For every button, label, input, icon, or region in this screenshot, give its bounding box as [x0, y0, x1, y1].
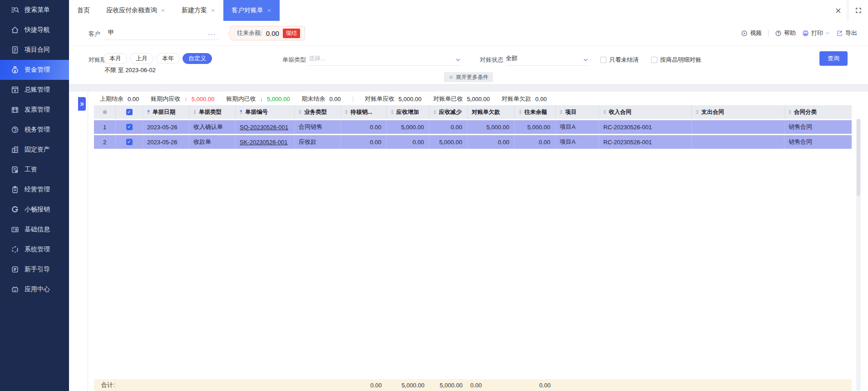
fullscreen-icon[interactable] [848, 0, 868, 21]
home-icon [11, 26, 19, 34]
checkbox-icon[interactable] [600, 57, 607, 63]
select-all-header[interactable] [116, 105, 143, 119]
doc-type-placeholder: 选择... [309, 54, 455, 63]
double-chevron-right-icon [79, 102, 84, 107]
tab-home[interactable]: 首页 [69, 0, 98, 21]
sidebar-item-base-info[interactable]: 基础信息 [0, 220, 69, 239]
status-select[interactable]: 全部 [506, 52, 588, 66]
close-icon[interactable] [828, 0, 848, 21]
sidebar-item-funds-management[interactable]: 资金管理 [0, 60, 69, 80]
summary-bar: 上期结余 0.00 账期内应收 ↑ 5,000.00 账期内已收 ↓ 5,000… [100, 95, 547, 103]
period-custom[interactable]: 自定义 [182, 53, 212, 64]
query-button[interactable]: 查询 [819, 51, 848, 66]
column-header-contract-category[interactable]: 合同分类 [784, 105, 852, 119]
sort-icon[interactable] [391, 110, 394, 114]
sort-icon[interactable] [519, 110, 522, 114]
expand-more-button[interactable]: 展开更多条件 [444, 72, 493, 82]
checkbox-icon[interactable] [651, 57, 657, 63]
video-button[interactable]: 视频 [741, 29, 762, 37]
cell-business-type: 合同销售 [295, 120, 341, 134]
doc-number-link[interactable]: SK-20230526-001 [240, 139, 288, 146]
divider [353, 96, 353, 102]
gear-icon[interactable] [102, 109, 108, 115]
sort-asc-icon[interactable] [240, 110, 243, 114]
column-header-date[interactable]: 单据日期 [143, 105, 189, 119]
customer-more-button[interactable]: ... [208, 29, 219, 36]
column-header-owed[interactable]: 对账单欠款 [468, 105, 515, 119]
unsettled-label: 只看未结清 [609, 56, 639, 64]
select-all-checkbox[interactable] [126, 109, 133, 115]
help-button[interactable]: 帮助 [775, 29, 796, 37]
sort-asc-icon[interactable] [147, 110, 150, 114]
column-header-expense-contract[interactable]: 支出合同 [692, 105, 784, 119]
column-header-increase[interactable]: 应收增加 [387, 105, 429, 119]
sidebar-item-invoice[interactable]: 发票管理 [0, 100, 69, 120]
cell-decrease: 0.00 [429, 120, 468, 134]
column-header-project[interactable]: 项目 [556, 105, 599, 119]
vertical-scrollbar[interactable] [856, 119, 861, 391]
sidebar-item-system[interactable]: 系统管理 [0, 239, 69, 259]
period-this-year[interactable]: 本年 [156, 53, 180, 64]
column-header-decrease[interactable]: 应收减少 [429, 105, 468, 119]
sidebar-item-general-ledger[interactable]: 总账管理 [0, 80, 69, 100]
tab-new-plan[interactable]: 新建方案 [173, 0, 223, 21]
period-last-month[interactable]: 上月 [130, 53, 153, 64]
sort-icon[interactable] [789, 110, 792, 114]
tab-balance-query[interactable]: 应收应付余额查询 [98, 0, 173, 21]
row-index: 1 [94, 120, 116, 134]
sidebar-item-project-contract[interactable]: 项目合同 [0, 40, 69, 60]
column-header-doc-type[interactable]: 单据类型 [189, 105, 236, 119]
system-icon [11, 245, 19, 254]
scrollbar-thumb[interactable] [857, 119, 860, 196]
column-header-pending[interactable]: 待核销... [341, 105, 387, 119]
sort-icon[interactable] [193, 110, 197, 114]
print-button[interactable]: 打印 [802, 29, 830, 37]
sort-icon[interactable] [696, 110, 699, 114]
tab-close-icon[interactable] [211, 8, 215, 13]
sidebar-item-search-menu[interactable]: 搜索菜单 [0, 0, 69, 20]
sidebar-item-salary[interactable]: 工资 [0, 160, 69, 180]
column-header-doc-number[interactable]: 单据编号 [236, 105, 295, 119]
status-value: 全部 [506, 54, 583, 63]
sidebar-item-fixed-assets[interactable]: 固定资产 [0, 140, 69, 160]
tab-bar: 首页 应收应付余额查询 新建方案 客户对账单 [69, 0, 868, 21]
table-row[interactable]: 1 2023-05-26 收入确认单 SQ-20230526-001 合同销售 … [94, 120, 852, 134]
sidebar-item-quick-nav[interactable]: 快捷导航 [0, 20, 69, 40]
period-this-month[interactable]: 本月 [104, 53, 127, 64]
column-header-income-contract[interactable]: 收入合同 [599, 105, 692, 119]
row-checkbox[interactable] [126, 139, 133, 145]
expand-sidebar-button[interactable] [78, 97, 86, 111]
export-button[interactable]: 导出 [836, 29, 857, 37]
sidebar-item-expense[interactable]: 小畅报销 [0, 200, 69, 220]
chevron-down-icon [825, 31, 830, 35]
period-range-value[interactable]: 不限 至 2023-06-02 [104, 66, 156, 74]
sort-icon[interactable] [345, 110, 348, 114]
customer-field[interactable]: 甲 ... [104, 25, 219, 40]
tab-close-icon[interactable] [161, 8, 165, 13]
cell-expense-contract [692, 135, 784, 149]
doc-type-select[interactable]: 选择... [309, 52, 461, 66]
sort-icon[interactable] [434, 110, 437, 114]
sort-icon[interactable] [603, 110, 607, 114]
column-header-balance[interactable]: 往来余额 [515, 105, 556, 119]
tab-customer-statement[interactable]: 客户对账单 [223, 0, 280, 21]
sidebar-item-business-management[interactable]: 经营管理 [0, 180, 69, 200]
cell-income-contract: RC-20230526-001 [599, 120, 692, 134]
table-row[interactable]: 2 2023-05-26 收款单 SK-20230526-001 应收款 0.0… [94, 135, 852, 149]
sidebar-item-tax[interactable]: 税务管理 [0, 120, 69, 140]
sidebar-item-app-center[interactable]: 应用中心 [0, 279, 69, 299]
cell-doc-type: 收款单 [189, 135, 236, 149]
video-label: 视频 [750, 29, 762, 37]
tab-close-icon[interactable] [267, 8, 271, 13]
doc-number-link[interactable]: SQ-20230526-001 [240, 124, 288, 131]
column-header-business-type[interactable]: 业务类型 [295, 105, 341, 119]
sort-icon[interactable] [560, 110, 563, 114]
by-product-checkbox[interactable]: 按商品明细对账 [651, 56, 701, 64]
row-checkbox[interactable] [126, 124, 133, 130]
sidebar-item-guide[interactable]: 新手引导 [0, 259, 69, 279]
sort-icon[interactable] [299, 110, 302, 114]
total-increase: 5,000.00 [387, 379, 429, 391]
invoice-icon [11, 106, 19, 114]
column-settings-header[interactable] [94, 105, 116, 119]
unsettled-checkbox[interactable]: 只看未结清 [600, 56, 639, 64]
